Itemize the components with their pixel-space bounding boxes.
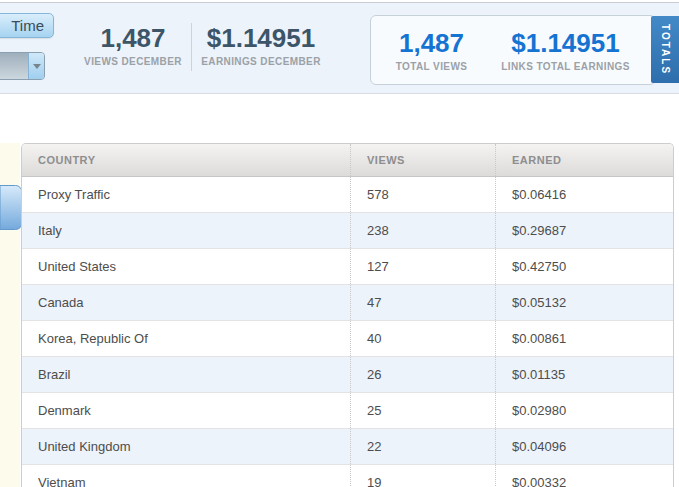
- cell-views: 47: [350, 285, 495, 320]
- column-header-earned: EARNED: [495, 144, 673, 176]
- table-row: United States 127 $0.42750: [22, 248, 673, 284]
- column-header-views: VIEWS: [350, 144, 495, 176]
- cell-earned: $0.00861: [495, 321, 673, 356]
- cell-earned: $0.06416: [495, 177, 673, 212]
- cell-earned: $0.02980: [495, 393, 673, 428]
- total-views-stat: 1,487 TOTAL VIEWS: [379, 29, 484, 72]
- table-row: Brazil 26 $0.01135: [22, 356, 673, 392]
- cell-country: United States: [22, 249, 350, 284]
- cell-views: 25: [350, 393, 495, 428]
- table-row: United Kingdom 22 $0.04096: [22, 428, 673, 464]
- total-earnings-stat: $1.14951 LINKS TOTAL EARNINGS: [483, 29, 648, 72]
- table-row: Vietnam 19 $0.00332: [22, 464, 673, 487]
- period-select-arrow[interactable]: [28, 53, 44, 79]
- stats-topbar: Time 1,487 VIEWS DECEMBER $1.14951 EARNI…: [0, 3, 679, 94]
- cell-views: 40: [350, 321, 495, 356]
- totals-tab[interactable]: TOTALS: [651, 16, 679, 83]
- period-select-value: [0, 53, 28, 79]
- total-earnings-label: LINKS TOTAL EARNINGS: [483, 61, 648, 72]
- total-views-value: 1,487: [379, 29, 484, 57]
- cell-country: Proxy Traffic: [22, 177, 350, 212]
- stats-page: Time 1,487 VIEWS DECEMBER $1.14951 EARNI…: [0, 0, 679, 487]
- table-row: Korea, Republic Of 40 $0.00861: [22, 320, 673, 356]
- views-month-value: 1,487: [72, 24, 194, 52]
- cell-views: 238: [350, 213, 495, 248]
- cell-earned: $0.01135: [495, 357, 673, 392]
- earnings-month-stat: $1.14951 EARNINGS DECEMBER: [198, 24, 324, 67]
- period-select[interactable]: [0, 52, 45, 80]
- time-filter-button[interactable]: Time: [0, 13, 54, 38]
- views-month-stat: 1,487 VIEWS DECEMBER: [72, 24, 194, 67]
- cell-earned: $0.00332: [495, 465, 673, 487]
- table-row: Canada 47 $0.05132: [22, 284, 673, 320]
- views-month-label: VIEWS DECEMBER: [72, 56, 194, 67]
- cell-country: Denmark: [22, 393, 350, 428]
- stats-divider: [191, 23, 192, 71]
- cell-country: Vietnam: [22, 465, 350, 487]
- table-header-row: COUNTRY VIEWS EARNED: [22, 144, 673, 177]
- earnings-month-value: $1.14951: [198, 24, 324, 52]
- chevron-down-icon: [33, 64, 41, 69]
- total-earnings-value: $1.14951: [483, 29, 648, 57]
- totals-tab-label: TOTALS: [660, 24, 671, 75]
- cell-views: 19: [350, 465, 495, 487]
- cell-views: 22: [350, 429, 495, 464]
- cell-country: Italy: [22, 213, 350, 248]
- total-views-label: TOTAL VIEWS: [379, 61, 484, 72]
- cell-earned: $0.05132: [495, 285, 673, 320]
- column-header-country: COUNTRY: [22, 144, 350, 176]
- table-row: Denmark 25 $0.02980: [22, 392, 673, 428]
- cell-country: United Kingdom: [22, 429, 350, 464]
- cell-earned: $0.04096: [495, 429, 673, 464]
- cell-earned: $0.29687: [495, 213, 673, 248]
- table-row: Italy 238 $0.29687: [22, 212, 673, 248]
- cell-country: Canada: [22, 285, 350, 320]
- cell-earned: $0.42750: [495, 249, 673, 284]
- table-row: Proxy Traffic 578 $0.06416: [22, 177, 673, 212]
- country-stats-table: COUNTRY VIEWS EARNED Proxy Traffic 578 $…: [21, 143, 674, 487]
- earnings-month-label: EARNINGS DECEMBER: [198, 56, 324, 67]
- totals-panel: 1,487 TOTAL VIEWS $1.14951 LINKS TOTAL E…: [370, 15, 656, 85]
- cell-views: 26: [350, 357, 495, 392]
- cell-views: 127: [350, 249, 495, 284]
- cell-views: 578: [350, 177, 495, 212]
- cell-country: Brazil: [22, 357, 350, 392]
- cell-country: Korea, Republic Of: [22, 321, 350, 356]
